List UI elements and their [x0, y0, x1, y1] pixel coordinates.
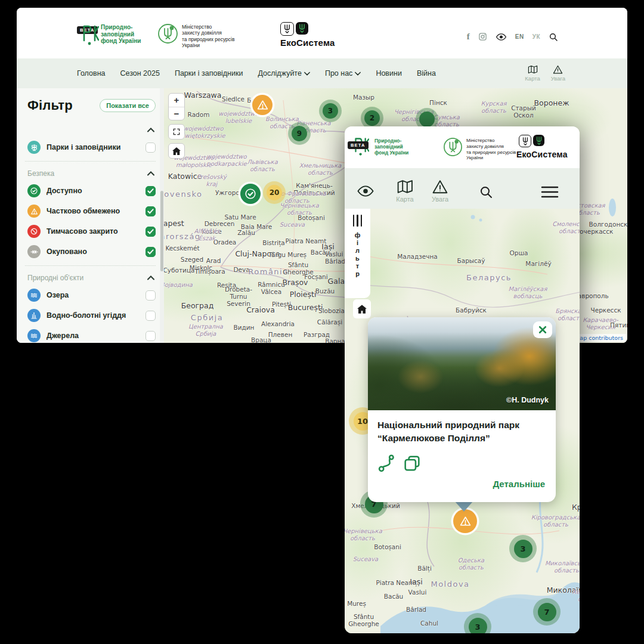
- search-icon[interactable]: [549, 32, 558, 42]
- available-marker[interactable]: [240, 184, 261, 204]
- facebook-icon[interactable]: f: [467, 32, 470, 42]
- park-popup: ©H. Dudnyk Національний природний парк “…: [368, 317, 556, 502]
- scrollbar-thumb[interactable]: [160, 191, 163, 271]
- checkbox-wetlands[interactable]: [145, 311, 156, 321]
- lang-en[interactable]: EN: [515, 33, 524, 40]
- zoom-control: + −: [168, 93, 185, 120]
- accessibility-eye-icon[interactable]: [357, 185, 374, 197]
- eco-trident-icon: [296, 22, 308, 35]
- ecosystem-logo[interactable]: ЕкоСистема: [280, 22, 335, 48]
- filter-item-label: Парки і заповідники: [47, 143, 145, 151]
- checkbox-available[interactable]: [145, 186, 156, 196]
- waves-icon: [27, 289, 41, 302]
- lang-uk[interactable]: УК: [532, 33, 540, 40]
- ministry-name[interactable]: Міністерство захисту довкілля та природн…: [182, 24, 235, 48]
- park-photo: ©H. Dudnyk: [368, 317, 556, 410]
- hamburger-menu-icon[interactable]: [541, 186, 559, 198]
- nav-item-5[interactable]: Про нас: [325, 69, 361, 78]
- cluster-count: 3: [323, 103, 338, 119]
- chevron-up-icon[interactable]: [147, 275, 154, 280]
- zoom-out-button[interactable]: −: [169, 107, 184, 120]
- cluster-marker[interactable]: 3: [464, 613, 491, 633]
- warning-marker[interactable]: [453, 509, 477, 533]
- beta-badge: BETA: [348, 138, 369, 149]
- filter-item-label: Окуповано: [47, 247, 145, 256]
- ministry-name[interactable]: Міністерство захисту довкілля та природн…: [466, 138, 516, 161]
- filter-item-partially-restricted: Частково обмежено: [17, 201, 164, 221]
- nav-items: ГоловнаСезон 2025Парки і заповідникиДосл…: [17, 69, 525, 78]
- cluster-count: 3: [514, 540, 532, 558]
- close-icon[interactable]: [533, 321, 552, 338]
- brand-logo-icon[interactable]: [81, 24, 99, 47]
- nav-item-3[interactable]: Парки і заповідники: [175, 69, 243, 78]
- cluster-marker[interactable]: 7: [533, 598, 561, 626]
- chevron-up-icon[interactable]: [147, 128, 154, 132]
- cluster-marker[interactable]: 3: [509, 535, 537, 562]
- filter-groups: Парки і заповідникиБезпекаДоступноЧастко…: [17, 123, 164, 343]
- divider: [25, 161, 156, 162]
- nav-item-1[interactable]: Головна: [77, 69, 106, 78]
- cluster-count: 2: [364, 110, 380, 126]
- accessibility-eye-icon[interactable]: [496, 33, 507, 41]
- nav-map-button[interactable]: Карта: [525, 65, 540, 82]
- checkbox-temporarily-closed[interactable]: [145, 227, 156, 237]
- search-icon[interactable]: [479, 185, 493, 199]
- mobile-screenshot: BETA Природно- заповідний фонд України М…: [345, 126, 580, 633]
- nav-item-6[interactable]: Новини: [376, 69, 402, 78]
- nav-attention-button[interactable]: Увага: [551, 65, 565, 82]
- show-all-button[interactable]: Показати все: [100, 99, 156, 112]
- checkbox-lakes[interactable]: [145, 290, 156, 301]
- home-button[interactable]: [168, 143, 185, 159]
- photo-credit: ©H. Dudnyk: [506, 396, 549, 404]
- checkbox-parks[interactable]: [145, 143, 156, 153]
- instagram-icon[interactable]: [478, 32, 487, 41]
- filter-vertical-label: фільтр: [355, 231, 361, 277]
- brand-name[interactable]: Природно- заповідний фонд України: [374, 138, 408, 156]
- home-button[interactable]: [353, 299, 371, 318]
- toolbar-map-button[interactable]: Карта: [396, 179, 413, 203]
- filter-item-temporarily-closed: Тимчасово закрито: [17, 221, 164, 242]
- wetland-icon: [27, 309, 41, 322]
- filter-item-occupied: Окуповано: [17, 242, 164, 262]
- zoom-in-button[interactable]: +: [169, 94, 184, 107]
- wire-icon: [27, 245, 41, 258]
- filter-toggle-button[interactable]: фільтр: [345, 209, 370, 298]
- nav-item-4[interactable]: Досліджуйте: [258, 69, 309, 78]
- filter-title: Фільтр: [27, 98, 73, 113]
- mobile-map[interactable]: МаладзечнаБарысаўОршаМагілёўБеларусьМагі…: [345, 209, 580, 633]
- toolbar-attention-button[interactable]: Увага: [432, 179, 448, 203]
- chevron-up-icon[interactable]: [147, 171, 154, 176]
- fullscreen-button[interactable]: [168, 124, 185, 140]
- mobile-toolbar: Карта Увага: [345, 168, 580, 209]
- no-icon: [27, 225, 41, 238]
- checkbox-occupied[interactable]: [145, 247, 156, 257]
- filter-item-label: Частково обмежено: [47, 207, 145, 215]
- filter-sidebar: Фільтр Показати все Парки і заповідникиБ…: [17, 88, 164, 343]
- warning-marker[interactable]: [252, 95, 273, 115]
- desktop-header: BETA Природно- заповідний фонд України М…: [17, 8, 627, 58]
- route-icon[interactable]: [377, 454, 397, 473]
- layers-icon[interactable]: [402, 454, 422, 473]
- brand-name[interactable]: Природно- заповідний фонд України: [101, 24, 141, 45]
- cluster-marker[interactable]: 20: [263, 181, 286, 204]
- checkbox-partially-restricted[interactable]: [145, 206, 156, 216]
- ministry-logo-icon[interactable]: [157, 23, 178, 44]
- details-link[interactable]: Детальніше: [377, 479, 546, 489]
- filter-item-label: Озера: [47, 291, 145, 299]
- mobile-header: BETA Природно- заповідний фонд України М…: [345, 126, 580, 168]
- filter-item-wetlands: Водно-болотні угіддя: [17, 305, 164, 326]
- waves-icon: [27, 329, 41, 342]
- nav-item-7[interactable]: Війна: [417, 69, 436, 78]
- filter-item-label: Водно-болотні угіддя: [47, 311, 145, 320]
- check-icon: [27, 184, 41, 197]
- filter-item-label: Доступно: [47, 187, 145, 195]
- ecosystem-logo[interactable]: ЕкоСистема: [519, 135, 568, 159]
- cluster-count: 9: [292, 126, 307, 141]
- filter-item-lakes: Озера: [17, 285, 164, 305]
- ministry-logo-icon[interactable]: [443, 137, 463, 157]
- cluster-marker[interactable]: 3: [319, 100, 342, 122]
- parks-icon: [27, 141, 41, 154]
- checkbox-springs[interactable]: [145, 331, 156, 341]
- nav-item-2[interactable]: Сезон 2025: [120, 69, 160, 78]
- cluster-marker[interactable]: 9: [288, 122, 311, 145]
